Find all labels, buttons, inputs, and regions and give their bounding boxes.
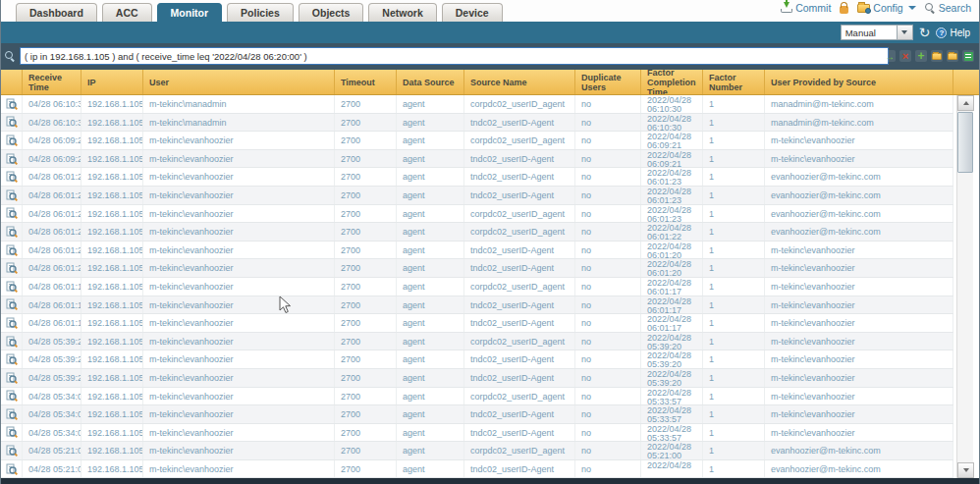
search-button[interactable]: Search xyxy=(925,2,971,14)
log-detail-icon[interactable] xyxy=(1,333,23,350)
cell-user-provided: m-tekinc\evanhoozier xyxy=(765,278,953,296)
table-row[interactable]: 04/28 05:39:22192.168.1.105m-tekinc\evan… xyxy=(1,333,953,351)
cell-user: m-tekinc\evanhoozier xyxy=(143,333,335,350)
tab-acc[interactable]: ACC xyxy=(102,3,152,22)
save-filter-icon[interactable] xyxy=(947,50,958,62)
cell-source-name: tndc02_userID-Agent xyxy=(464,424,575,442)
cell-user-provided: m-tekinc\evanhoozier xyxy=(765,259,953,277)
cell-factor-completion-time: 2022/04/2806:01:20 xyxy=(641,259,703,277)
apply-filter-icon[interactable]: → xyxy=(884,50,896,62)
log-detail-icon[interactable] xyxy=(1,424,23,442)
table-row[interactable]: 04/28 05:21:04192.168.1.105m-tekinc\evan… xyxy=(1,442,953,460)
tab-monitor[interactable]: Monitor xyxy=(157,3,223,22)
column-header-source-name[interactable]: Source Name xyxy=(464,70,575,94)
log-detail-icon[interactable] xyxy=(1,350,23,368)
table-row[interactable]: 04/28 06:10:33192.168.1.105m-tekinc\mana… xyxy=(1,114,953,133)
commit-button[interactable]: Commit xyxy=(781,2,831,14)
refresh-interval-select[interactable]: Manual xyxy=(841,25,913,40)
log-detail-icon[interactable] xyxy=(1,114,23,132)
cell-factor-completion-time: 2022/04/2806:09:21 xyxy=(641,150,703,168)
cell-user: m-tekinc\evanhoozier xyxy=(143,350,335,368)
scroll-down-button[interactable] xyxy=(957,462,974,478)
tab-device[interactable]: Device xyxy=(442,3,503,22)
log-detail-icon[interactable] xyxy=(1,132,23,149)
tab-policies[interactable]: Policies xyxy=(227,3,294,22)
column-header-factor-completion-time[interactable]: Factor Completion Time xyxy=(641,70,703,94)
log-detail-icon[interactable] xyxy=(1,95,23,113)
column-header-receive-time[interactable]: Receive Time xyxy=(23,70,82,94)
table-row[interactable]: 04/28 05:39:22192.168.1.105m-tekinc\evan… xyxy=(1,350,953,369)
table-row[interactable]: 04/28 06:01:18192.168.1.105m-tekinc\evan… xyxy=(1,314,953,333)
cell-timeout: 2700 xyxy=(335,314,397,332)
column-header-factor-number[interactable]: Factor Number xyxy=(703,70,765,94)
cell-ip: 192.168.1.105 xyxy=(82,333,143,350)
log-detail-icon[interactable] xyxy=(1,223,23,241)
table-row[interactable]: 04/28 06:01:19192.168.1.105m-tekinc\evan… xyxy=(1,278,953,296)
table-row[interactable]: 04/28 06:01:24192.168.1.105m-tekinc\evan… xyxy=(1,168,953,187)
log-detail-icon[interactable] xyxy=(1,369,23,387)
cell-duplicate-users: no xyxy=(575,242,641,259)
load-filter-icon[interactable] xyxy=(931,50,943,62)
log-detail-icon[interactable] xyxy=(1,442,23,459)
table-row[interactable]: 04/28 05:34:01192.168.1.105m-tekinc\evan… xyxy=(1,388,953,406)
table-row[interactable]: 04/28 05:34:00192.168.1.105m-tekinc\evan… xyxy=(1,405,953,424)
clear-filter-icon[interactable]: × xyxy=(899,50,911,62)
cell-factor-completion-time: 2022/04/2806:10:30 xyxy=(641,114,703,132)
column-header-user[interactable]: User xyxy=(143,70,335,94)
table-row[interactable]: 04/28 06:01:24192.168.1.105m-tekinc\evan… xyxy=(1,187,953,205)
add-filter-icon[interactable]: + xyxy=(915,50,927,62)
config-menu-button[interactable]: Config xyxy=(857,2,915,14)
cell-time: 04/28 06:01:18 xyxy=(23,314,82,332)
log-detail-icon[interactable] xyxy=(1,405,23,423)
lock-icon[interactable] xyxy=(840,6,848,14)
table-row[interactable]: 04/28 06:09:22192.168.1.105m-tekinc\evan… xyxy=(1,150,953,169)
filter-query-input[interactable] xyxy=(20,47,889,65)
log-detail-icon[interactable] xyxy=(1,388,23,405)
table-row[interactable]: 04/28 06:01:24192.168.1.105m-tekinc\evan… xyxy=(1,223,953,242)
column-header-user-provided-by-source[interactable]: User Provided by Source xyxy=(765,70,953,94)
log-detail-icon[interactable] xyxy=(1,150,23,168)
cell-user: m-tekinc\evanhoozier xyxy=(143,278,335,296)
column-header-ip[interactable]: IP xyxy=(82,70,143,94)
log-detail-icon[interactable] xyxy=(1,259,23,277)
scroll-up-button[interactable] xyxy=(957,95,974,111)
tab-dashboard[interactable]: Dashboard xyxy=(16,3,97,22)
log-detail-icon[interactable] xyxy=(1,460,23,478)
log-detail-icon[interactable] xyxy=(1,296,23,314)
cell-source-name: corpdc02_userID_agent xyxy=(464,95,575,113)
cell-user: m-tekinc\evanhoozier xyxy=(143,369,335,387)
column-header-timeout[interactable]: Timeout xyxy=(335,70,397,94)
column-header-data-source[interactable]: Data Source xyxy=(397,70,464,94)
table-row[interactable]: 04/28 05:21:02192.168.1.105m-tekinc\evan… xyxy=(1,460,953,478)
log-detail-icon[interactable] xyxy=(1,205,23,223)
table-row[interactable]: 04/28 06:01:22192.168.1.105m-tekinc\evan… xyxy=(1,259,953,278)
log-detail-icon[interactable] xyxy=(1,187,23,204)
log-detail-icon[interactable] xyxy=(1,314,23,332)
cell-factor-number: 1 xyxy=(703,314,765,332)
tab-network[interactable]: Network xyxy=(368,3,436,22)
table-row[interactable]: 04/28 06:01:22192.168.1.105m-tekinc\evan… xyxy=(1,242,953,260)
user-id-log-table: Receive TimeIPUserTimeoutData SourceSour… xyxy=(1,70,979,478)
scrollbar-thumb[interactable] xyxy=(957,112,973,173)
commit-icon xyxy=(781,2,792,14)
log-detail-icon[interactable] xyxy=(1,242,23,259)
refresh-icon[interactable]: ↻ xyxy=(919,26,931,39)
table-header-row: Receive TimeIPUserTimeoutData SourceSour… xyxy=(1,70,979,95)
select-dropdown-arrow-icon[interactable] xyxy=(898,25,913,40)
table-row[interactable]: 04/28 05:39:22192.168.1.105m-tekinc\evan… xyxy=(1,369,953,388)
cell-user-provided: m-tekinc\evanhoozier xyxy=(765,296,953,314)
tab-objects[interactable]: Objects xyxy=(299,3,364,22)
table-row[interactable]: 04/28 05:34:00192.168.1.105m-tekinc\evan… xyxy=(1,424,953,443)
cell-user: m-tekinc\evanhoozier xyxy=(143,205,335,223)
log-detail-icon[interactable] xyxy=(1,278,23,296)
export-csv-icon[interactable] xyxy=(962,50,974,62)
cell-user-provided: m-tekinc\evanhoozier xyxy=(765,150,953,168)
column-header-duplicate-users[interactable]: Duplicate Users xyxy=(575,70,641,94)
table-row[interactable]: 04/28 06:09:24192.168.1.105m-tekinc\evan… xyxy=(1,132,953,150)
table-row[interactable]: 04/28 06:10:34192.168.1.105m-tekinc\mana… xyxy=(1,95,953,114)
vertical-scrollbar[interactable] xyxy=(956,95,973,478)
table-row[interactable]: 04/28 06:01:24192.168.1.105m-tekinc\evan… xyxy=(1,205,953,224)
log-detail-icon[interactable] xyxy=(1,168,23,186)
table-row[interactable]: 04/28 06:01:19192.168.1.105m-tekinc\evan… xyxy=(1,296,953,315)
help-button[interactable]: ? Help xyxy=(936,27,970,38)
